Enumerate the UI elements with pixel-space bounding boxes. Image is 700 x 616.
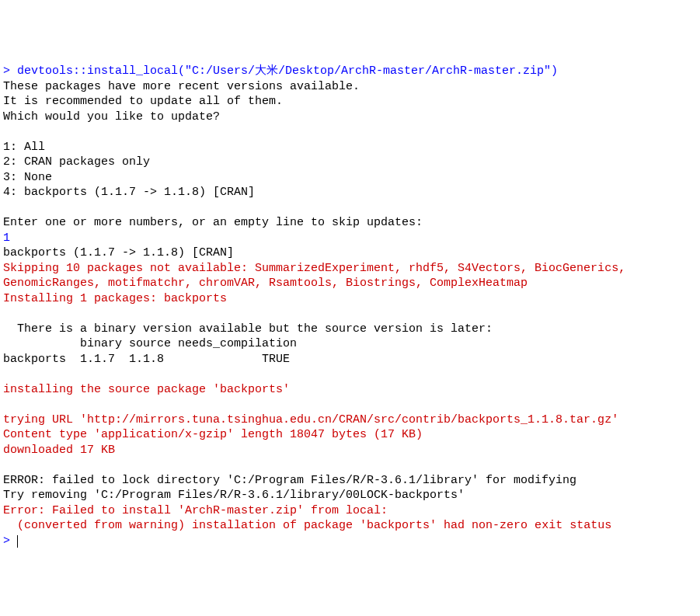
installing-packages: Installing 1 packages: backports (3, 292, 227, 305)
user-input: 1 (3, 231, 10, 245)
cursor (17, 535, 18, 548)
error-lock: ERROR: failed to lock directory 'C:/Prog… (3, 474, 576, 487)
enter-prompt: Enter one or more numbers, or an empty l… (3, 216, 423, 229)
downloaded: downloaded 17 KB (3, 444, 115, 457)
error-detail: (converted from warning) installation of… (3, 519, 611, 532)
output-line: It is recommended to update all of them. (3, 95, 283, 108)
try-remove: Try removing 'C:/Program Files/R/R-3.6.1… (3, 489, 465, 502)
binary-row: backports 1.1.7 1.1.8 TRUE (3, 353, 290, 366)
prompt: > (3, 64, 17, 78)
command-line: devtools::install_local("C:/Users/大米/Des… (17, 64, 558, 78)
option-none: 3: None (3, 171, 52, 184)
prompt: > (3, 534, 17, 548)
output-line: Which would you like to update? (3, 110, 220, 124)
option-backports: 4: backports (1.1.7 -> 1.1.8) [CRAN] (3, 186, 255, 199)
error-fail: Error: Failed to install 'ArchR-master.z… (3, 504, 388, 517)
trying-url: trying URL 'http://mirrors.tuna.tsinghua… (3, 413, 618, 426)
content-type: Content type 'application/x-gzip' length… (3, 428, 423, 441)
output-line: These packages have more recent versions… (3, 80, 360, 93)
binary-header: binary source needs_compilation (3, 337, 297, 350)
option-cran: 2: CRAN packages only (3, 155, 150, 169)
r-console[interactable]: > devtools::install_local("C:/Users/大米/D… (3, 64, 697, 548)
installing-source: installing the source package 'backports… (3, 383, 290, 396)
skipping-packages: Skipping 10 packages not available: Summ… (3, 262, 632, 291)
binary-msg: There is a binary version available but … (3, 322, 493, 336)
output-line: backports (1.1.7 -> 1.1.8) [CRAN] (3, 246, 234, 259)
option-all: 1: All (3, 141, 45, 154)
